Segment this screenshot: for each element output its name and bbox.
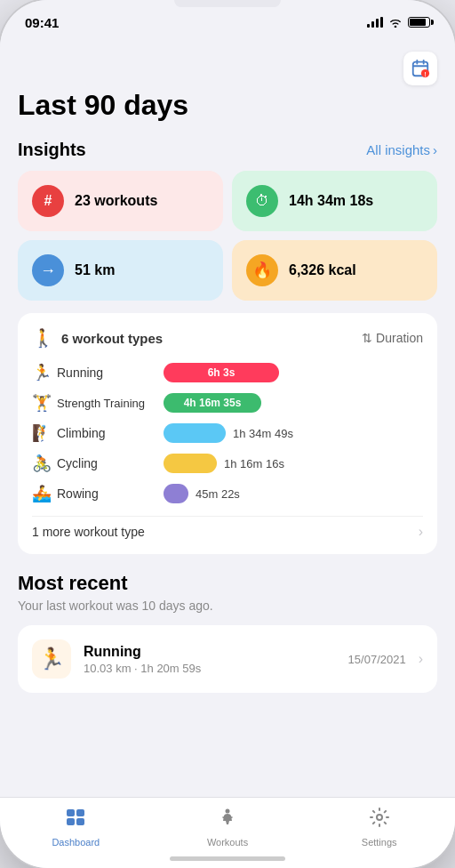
- insight-card-duration[interactable]: ⏱ 14h 34m 18s: [232, 171, 437, 231]
- svg-point-10: [226, 809, 230, 814]
- insight-card-calories[interactable]: 🔥 6,326 kcal: [232, 240, 437, 301]
- running-name: Running: [57, 366, 164, 380]
- workouts-tab-icon: [217, 807, 238, 833]
- wifi-icon: [388, 17, 403, 28]
- insights-header: Insights All insights ›: [18, 140, 437, 160]
- cycling-name: Cycling: [57, 456, 164, 470]
- climbing-time: 1h 34m 49s: [233, 427, 293, 440]
- calories-icon: 🔥: [246, 254, 278, 286]
- tab-dashboard[interactable]: Dashboard: [0, 807, 152, 848]
- recent-workout-icon: 🏃: [32, 639, 71, 679]
- climbing-emoji: 🧗: [32, 423, 57, 443]
- calories-value: 6,326 kcal: [289, 262, 356, 278]
- dashboard-tab-label: Dashboard: [52, 837, 100, 848]
- tab-settings[interactable]: Settings: [303, 807, 455, 848]
- duration-value: 14h 34m 18s: [289, 193, 373, 209]
- chevron-right-icon: ›: [433, 142, 437, 157]
- top-bar: !: [18, 44, 437, 89]
- cycling-time: 1h 16m 16s: [224, 457, 284, 470]
- duration-icon: ⏱: [246, 185, 278, 217]
- more-chevron-icon: ›: [419, 524, 423, 540]
- climbing-bar: [164, 423, 226, 443]
- more-types-label: 1 more workout type: [32, 525, 145, 539]
- workouts-icon: #: [32, 185, 64, 217]
- tab-workouts[interactable]: Workouts: [152, 807, 304, 848]
- recent-workout-details: 10.03 km · 1h 20m 59s: [84, 662, 336, 675]
- workouts-value: 23 workouts: [75, 193, 157, 209]
- recent-workout-date: 15/07/2021: [348, 653, 406, 666]
- strength-emoji: 🏋️: [32, 393, 57, 413]
- running-bar: 6h 3s: [164, 363, 279, 382]
- strength-name: Strength Training: [57, 397, 164, 410]
- sort-button[interactable]: ⇅ Duration: [362, 331, 423, 345]
- settings-tab-label: Settings: [362, 837, 397, 848]
- workout-types-header: 🚶 6 workout types ⇅ Duration: [32, 327, 423, 349]
- insight-card-workouts[interactable]: # 23 workouts: [18, 171, 223, 231]
- insight-card-distance[interactable]: → 51 km: [18, 240, 223, 301]
- sort-icon: ⇅: [362, 331, 372, 345]
- workout-row-rowing: 🚣 Rowing 45m 22s: [32, 484, 423, 503]
- workout-count-label: 6 workout types: [61, 331, 163, 346]
- workout-row-climbing: 🧗 Climbing 1h 34m 49s: [32, 423, 423, 443]
- more-types-row[interactable]: 1 more workout type ›: [32, 516, 423, 540]
- cycling-bar: [164, 454, 217, 473]
- dashboard-tab-icon: [65, 807, 86, 833]
- all-insights-link[interactable]: All insights ›: [366, 142, 437, 157]
- cycling-emoji: 🚴: [32, 454, 57, 473]
- walk-icon: 🚶: [32, 327, 54, 349]
- running-emoji: 🏃: [32, 363, 57, 382]
- rowing-time: 45m 22s: [196, 487, 240, 501]
- svg-rect-6: [67, 809, 75, 816]
- settings-tab-icon: [369, 807, 390, 833]
- battery-icon: [408, 17, 430, 28]
- workout-types-card: 🚶 6 workout types ⇅ Duration 🏃 Running 6…: [18, 313, 437, 554]
- rowing-emoji: 🚣: [32, 484, 57, 503]
- rowing-bar: [164, 484, 188, 503]
- svg-rect-9: [76, 818, 84, 825]
- insights-grid: # 23 workouts ⏱ 14h 34m 18s → 51 km: [18, 171, 437, 301]
- climbing-name: Climbing: [57, 426, 164, 440]
- svg-rect-8: [67, 818, 75, 825]
- svg-point-11: [377, 815, 382, 820]
- phone-shell: 09:41: [0, 0, 455, 868]
- home-indicator: [170, 856, 285, 861]
- workouts-tab-label: Workouts: [207, 837, 248, 848]
- status-time: 09:41: [25, 15, 59, 30]
- most-recent-title: Most recent: [18, 572, 437, 595]
- svg-text:!: !: [424, 71, 426, 77]
- workout-row-running: 🏃 Running 6h 3s: [32, 363, 423, 382]
- recent-workout-name: Running: [84, 644, 336, 660]
- most-recent-subtitle: Your last workout was 10 days ago.: [18, 599, 437, 613]
- distance-value: 51 km: [75, 262, 115, 278]
- scroll-area[interactable]: ! Last 90 days Insights All insights ›: [0, 44, 455, 797]
- workout-row-strength: 🏋️ Strength Training 4h 16m 35s: [32, 393, 423, 413]
- most-recent-section: Most recent Your last workout was 10 day…: [18, 572, 437, 693]
- distance-icon: →: [32, 254, 64, 286]
- insights-title: Insights: [18, 140, 86, 160]
- rowing-name: Rowing: [57, 486, 164, 501]
- strength-bar: 4h 16m 35s: [164, 393, 261, 413]
- notch: [174, 0, 281, 7]
- signal-icon: [367, 17, 383, 28]
- recent-chevron-icon: ›: [419, 651, 423, 667]
- calendar-button[interactable]: !: [403, 52, 437, 85]
- workout-row-cycling: 🚴 Cycling 1h 16m 16s: [32, 454, 423, 473]
- recent-workout-card[interactable]: 🏃 Running 10.03 km · 1h 20m 59s 15/07/20…: [18, 625, 437, 693]
- status-icons: [367, 17, 430, 28]
- svg-rect-7: [76, 809, 84, 816]
- page-title: Last 90 days: [18, 89, 437, 122]
